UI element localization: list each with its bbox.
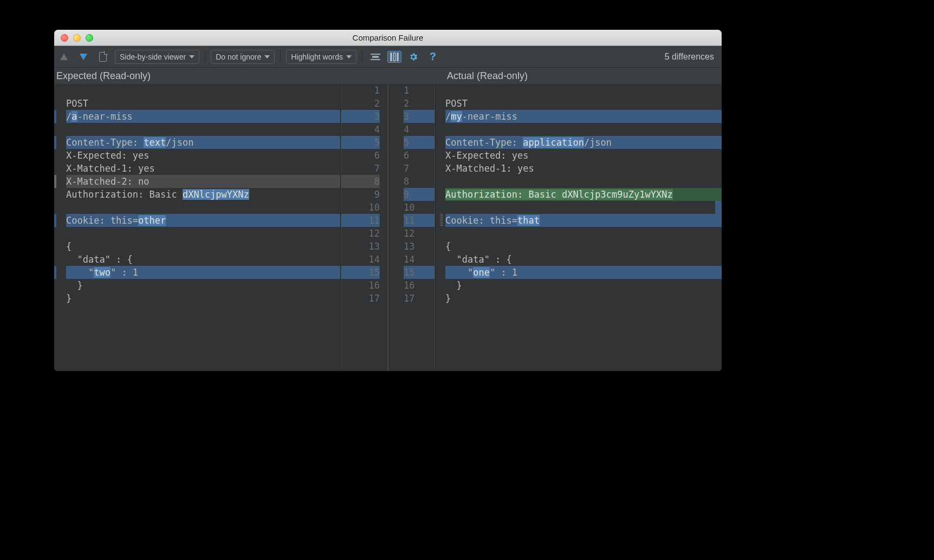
gutter: 1234567891011121314151617 12345678910111… (341, 84, 435, 371)
arrow-up-icon (60, 54, 68, 60)
line-number: 17 (404, 292, 434, 305)
code-line[interactable]: Content-Type: text/json (66, 136, 340, 149)
code-line[interactable]: Authorization: Basic dXNlcjpwYXNz (66, 188, 340, 201)
code-line[interactable]: Cookie: this=that (445, 214, 722, 227)
line-number: 9 (341, 188, 380, 201)
line-number: 11 (404, 214, 434, 227)
diff-count-label: 5 differences (665, 52, 717, 62)
line-number: 1 (341, 84, 380, 97)
code-line[interactable]: POST (445, 97, 722, 110)
separator (280, 50, 281, 63)
code-line[interactable]: X-Matched-1: yes (445, 162, 722, 175)
diff-marker[interactable] (715, 110, 722, 123)
line-number: 15 (341, 266, 380, 279)
line-number: 7 (341, 162, 380, 175)
separator (205, 50, 205, 63)
code-line[interactable]: X-Matched-2: no (66, 175, 340, 188)
code-line[interactable] (66, 227, 340, 240)
line-number: 13 (404, 240, 434, 253)
code-line[interactable]: } (66, 292, 340, 305)
line-number: 1 (404, 84, 434, 97)
code-line[interactable] (66, 123, 340, 136)
arrow-down-icon (80, 54, 87, 60)
code-line[interactable]: "data" : { (445, 253, 722, 266)
collapse-icon (371, 52, 380, 62)
code-line[interactable]: Content-Type: application/json (445, 136, 722, 149)
code-line[interactable] (66, 201, 340, 214)
code-line[interactable]: POST (66, 97, 340, 110)
highlight-mode-label: Highlight words (291, 53, 343, 61)
ignore-mode-combo[interactable]: Do not ignore (211, 50, 275, 64)
ignore-mode-label: Do not ignore (216, 53, 261, 61)
code-line[interactable]: X-Expected: yes (66, 149, 340, 162)
toolbar: Side-by-side viewer Do not ignore Highli… (54, 46, 722, 68)
chevron-down-icon (189, 55, 194, 58)
document-icon (99, 52, 107, 62)
diff-editor: POST/a-near-missContent-Type: text/jsonX… (54, 84, 722, 371)
code-line[interactable] (445, 123, 722, 136)
code-line[interactable]: /my-near-miss (445, 110, 722, 123)
line-number: 4 (341, 123, 380, 136)
code-line[interactable]: X-Matched-1: yes (66, 162, 340, 175)
code-line[interactable]: "two" : 1 (66, 266, 340, 279)
prev-diff-button[interactable] (56, 50, 72, 64)
titlebar[interactable]: Comparison Failure (54, 30, 722, 46)
diff-window: Comparison Failure Side-by-side viewer D… (54, 30, 722, 371)
left-editor[interactable]: POST/a-near-missContent-Type: text/jsonX… (54, 84, 341, 371)
line-number: 14 (341, 253, 380, 266)
line-number: 4 (404, 123, 434, 136)
column-icon (390, 53, 392, 61)
code-line[interactable] (445, 201, 722, 214)
code-line[interactable]: } (66, 279, 340, 292)
code-line[interactable]: Cookie: this=other (66, 214, 340, 227)
line-number: 6 (341, 149, 380, 162)
line-number: 17 (341, 292, 380, 305)
line-number: 16 (341, 279, 380, 292)
code-line[interactable]: { (66, 240, 340, 253)
code-line[interactable]: } (445, 279, 722, 292)
sync-scroll-button[interactable] (387, 51, 401, 63)
viewer-mode-combo[interactable]: Side-by-side viewer (115, 50, 199, 64)
line-number: 3 (341, 110, 380, 123)
code-line[interactable] (445, 84, 722, 97)
settings-button[interactable] (406, 50, 421, 64)
viewer-mode-label: Side-by-side viewer (120, 53, 186, 61)
pane-headers: Expected (Read-only) Actual (Read-only) (54, 68, 722, 84)
next-diff-button[interactable] (76, 50, 91, 64)
right-editor[interactable]: POST/my-near-missContent-Type: applicati… (435, 84, 722, 371)
code-line[interactable]: "data" : { (66, 253, 340, 266)
collapse-unchanged-button[interactable] (368, 50, 383, 64)
line-number: 10 (404, 201, 434, 214)
help-icon: ? (430, 50, 436, 63)
line-number: 6 (404, 149, 434, 162)
code-line[interactable]: /a-near-miss (66, 110, 340, 123)
line-number: 2 (341, 97, 380, 110)
code-line[interactable]: "one" : 1 (445, 266, 722, 279)
line-number: 16 (404, 279, 434, 292)
code-line[interactable]: Authorization: Basic dXNlcjp3cm9uZy1wYXN… (445, 188, 722, 201)
diff-marker[interactable] (715, 188, 722, 201)
column-icon (397, 53, 399, 61)
diff-marker[interactable] (715, 214, 722, 227)
line-number: 10 (341, 201, 380, 214)
line-number: 3 (404, 110, 434, 123)
right-pane-title: Actual (Read-only) (425, 70, 722, 82)
code-line[interactable] (66, 84, 340, 97)
diff-marker[interactable] (715, 136, 722, 149)
edit-source-button[interactable] (95, 50, 111, 64)
highlight-mode-combo[interactable]: Highlight words (286, 50, 356, 64)
code-line[interactable]: X-Expected: yes (445, 149, 722, 162)
help-button[interactable]: ? (425, 50, 440, 64)
line-number: 15 (404, 266, 434, 279)
diff-marker[interactable] (715, 266, 722, 279)
code-line[interactable] (445, 227, 722, 240)
code-line[interactable] (445, 175, 722, 188)
line-number: 2 (404, 97, 434, 110)
code-line[interactable]: { (445, 240, 722, 253)
chevron-down-icon (346, 55, 352, 58)
window-title: Comparison Failure (54, 33, 722, 42)
diff-marker[interactable] (715, 201, 722, 214)
code-line[interactable]: } (445, 292, 722, 305)
line-number: 11 (341, 214, 380, 227)
column-icon (393, 53, 395, 61)
